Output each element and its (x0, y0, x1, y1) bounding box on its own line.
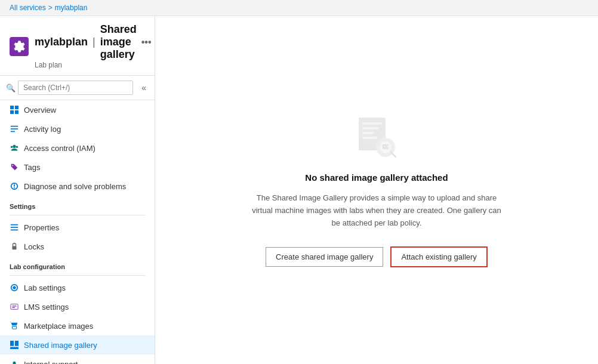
section-lab-config: Lab configuration (0, 256, 155, 273)
tags-icon (10, 162, 19, 172)
page-header-title: mylabplan | Shared image gallery ••• (35, 23, 152, 61)
nav-item-lms-settings[interactable]: LMS settings (0, 297, 155, 316)
nav-item-marketplace-images[interactable]: Marketplace images (0, 316, 155, 335)
svg-rect-30 (362, 137, 377, 139)
properties-icon (10, 223, 19, 232)
collapse-sidebar-button[interactable]: « (139, 82, 149, 94)
svg-rect-5 (11, 126, 18, 127)
svg-rect-7 (11, 131, 15, 132)
overview-icon (10, 105, 19, 115)
shared-image-gallery-icon (10, 340, 19, 350)
nav-label-activity-log: Activity log (24, 125, 61, 134)
svg-rect-24 (10, 347, 19, 350)
svg-rect-22 (10, 341, 14, 346)
svg-rect-18 (11, 304, 18, 310)
nav-item-activity-log[interactable]: Activity log (0, 119, 155, 138)
svg-rect-21 (13, 326, 17, 329)
action-buttons: Create shared image gallery Attach exist… (266, 246, 488, 267)
breadcrumb-separator: > (48, 4, 53, 12)
nav-item-properties[interactable]: Properties (0, 218, 155, 237)
breadcrumb-all-services[interactable]: All services (10, 4, 46, 12)
svg-point-25 (13, 362, 16, 364)
search-icon: 🔍 (6, 84, 16, 92)
svg-rect-12 (14, 184, 15, 187)
svg-rect-16 (11, 230, 18, 231)
sidebar-search-area: 🔍 « (0, 76, 155, 100)
svg-rect-27 (362, 122, 382, 125)
svg-point-10 (16, 146, 19, 149)
svg-rect-34 (384, 146, 386, 147)
svg-rect-29 (362, 132, 374, 134)
nav-item-locks[interactable]: Locks (0, 237, 155, 256)
svg-point-8 (13, 145, 16, 148)
nav-label-properties: Properties (24, 223, 59, 232)
sidebar-nav: Overview Activity log Access control (IA… (0, 100, 155, 364)
svg-rect-13 (14, 187, 15, 189)
marketplace-icon (10, 321, 19, 331)
search-input[interactable] (18, 81, 133, 95)
svg-rect-20 (13, 307, 15, 308)
breadcrumb: All services > mylabplan (0, 0, 598, 16)
more-options-button[interactable]: ••• (141, 37, 152, 48)
access-control-icon (10, 143, 19, 153)
svg-rect-17 (13, 246, 17, 249)
settings-divider (10, 215, 145, 215)
page-header: mylabplan | Shared image gallery ••• Lab… (0, 16, 155, 76)
nav-label-lab-settings: Lab settings (24, 283, 66, 292)
nav-label-locks: Locks (24, 242, 44, 251)
activity-log-icon (10, 124, 19, 134)
attach-gallery-button[interactable]: Attach existing gallery (390, 246, 487, 267)
svg-rect-2 (15, 106, 19, 109)
nav-label-shared-image-gallery: Shared image gallery (24, 341, 97, 350)
sidebar: mylabplan | Shared image gallery ••• Lab… (0, 16, 155, 364)
svg-rect-1 (10, 106, 14, 109)
lms-settings-icon (10, 302, 19, 311)
resource-icon (10, 37, 29, 56)
create-gallery-button[interactable]: Create shared image gallery (266, 247, 383, 267)
nav-label-tags: Tags (24, 163, 40, 172)
nav-label-marketplace-images: Marketplace images (24, 322, 93, 331)
nav-item-lab-settings[interactable]: Lab settings (0, 278, 155, 297)
nav-label-internal-support: Internal support (24, 360, 78, 365)
nav-item-tags[interactable]: Tags (0, 158, 155, 177)
content-area: No shared image gallery attached The Sha… (155, 16, 598, 364)
lab-config-divider (10, 275, 145, 276)
svg-rect-35 (387, 146, 389, 147)
nav-item-overview[interactable]: Overview (0, 100, 155, 119)
diagnose-icon (10, 181, 19, 191)
internal-support-icon (10, 359, 19, 364)
content-body: No shared image gallery attached The Sha… (155, 16, 598, 364)
nav-item-diagnose[interactable]: Diagnose and solve problems (0, 177, 155, 196)
breadcrumb-current: mylabplan (55, 4, 88, 12)
nav-label-lms-settings: LMS settings (24, 303, 69, 311)
section-settings: Settings (0, 196, 155, 212)
locks-icon (10, 242, 19, 251)
svg-rect-14 (11, 224, 18, 226)
svg-rect-19 (13, 306, 17, 306)
nav-item-access-control[interactable]: Access control (IAM) (0, 138, 155, 158)
svg-rect-3 (10, 110, 14, 114)
nav-item-internal-support[interactable]: Internal support (0, 354, 155, 364)
svg-rect-4 (15, 110, 19, 114)
nav-label-diagnose: Diagnose and solve problems (24, 182, 126, 191)
empty-state-title: No shared image gallery attached (305, 172, 448, 183)
empty-state-illustration (353, 113, 400, 161)
nav-label-overview: Overview (24, 106, 56, 115)
nav-item-shared-image-gallery[interactable]: Shared image gallery (0, 335, 155, 354)
svg-rect-15 (11, 227, 18, 228)
svg-rect-6 (11, 128, 18, 129)
svg-rect-23 (15, 341, 19, 346)
svg-rect-28 (362, 127, 379, 129)
page-header-text: mylabplan | Shared image gallery ••• Lab… (35, 23, 152, 69)
svg-point-9 (11, 146, 13, 149)
lab-settings-icon (10, 283, 19, 292)
empty-state-description: The Shared Image Gallery provides a simp… (251, 192, 502, 229)
nav-label-access-control: Access control (IAM) (24, 144, 95, 153)
page-subtitle: Lab plan (35, 61, 152, 69)
